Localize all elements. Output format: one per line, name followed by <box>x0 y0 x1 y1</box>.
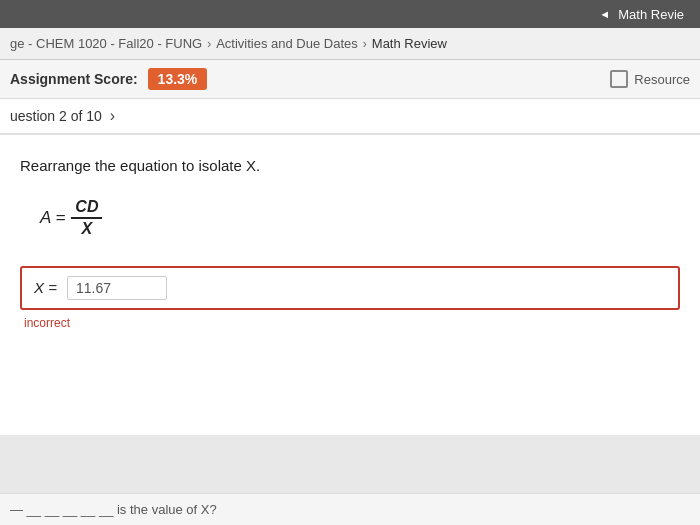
equation-block: A = CD X <box>40 198 680 238</box>
breadcrumb-item-activities[interactable]: Activities and Due Dates <box>216 36 358 51</box>
resource-label: Resource <box>634 72 690 87</box>
answer-input[interactable] <box>67 276 167 300</box>
resource-button[interactable]: Resource <box>610 70 690 88</box>
breadcrumb-item-course[interactable]: ge - CHEM 1020 - Fall20 - FUNG <box>10 36 202 51</box>
score-left: Assignment Score: 13.3% <box>10 68 207 90</box>
question-nav-chevron-icon[interactable]: › <box>110 107 115 125</box>
top-bar: ◄ Math Revie <box>0 0 700 28</box>
score-bar: Assignment Score: 13.3% Resource <box>0 60 700 99</box>
question-nav: uestion 2 of 10 › <box>0 99 700 135</box>
score-label: Assignment Score: <box>10 71 138 87</box>
main-content: Rearrange the equation to isolate X. A =… <box>0 135 700 435</box>
equation-denominator: X <box>78 219 97 238</box>
incorrect-label: incorrect <box>24 316 680 330</box>
back-chevron-icon[interactable]: ◄ <box>599 8 610 20</box>
equation-fraction: CD X <box>71 198 102 238</box>
breadcrumb-item-current: Math Review <box>372 36 447 51</box>
breadcrumb-sep-1: › <box>207 37 211 51</box>
question-counter: uestion 2 of 10 <box>10 108 102 124</box>
bottom-hint: — __ __ __ __ __ is the value of X? <box>0 493 700 525</box>
breadcrumb: ge - CHEM 1020 - Fall20 - FUNG › Activit… <box>0 28 700 60</box>
question-text: Rearrange the equation to isolate X. <box>20 155 680 178</box>
score-badge: 13.3% <box>148 68 208 90</box>
resource-icon <box>610 70 628 88</box>
equation-lhs: A = <box>40 208 65 228</box>
equation-row: A = CD X <box>40 198 680 238</box>
top-bar-title: Math Revie <box>618 7 684 22</box>
equation-numerator: CD <box>71 198 102 219</box>
answer-row: X = <box>20 266 680 310</box>
answer-x-label: X = <box>34 279 57 296</box>
breadcrumb-sep-2: › <box>363 37 367 51</box>
